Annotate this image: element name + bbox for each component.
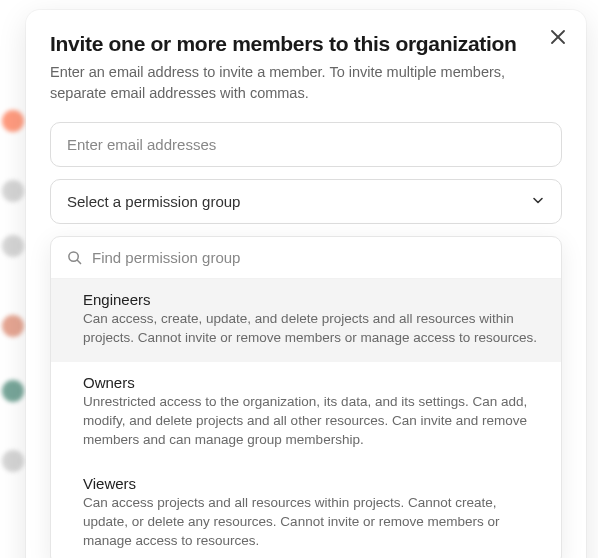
permission-option-viewers[interactable]: Viewers Can access projects and all reso… <box>51 463 561 558</box>
option-name: Engineers <box>83 291 545 308</box>
search-icon <box>67 250 82 265</box>
invite-members-modal: Invite one or more members to this organ… <box>26 10 586 558</box>
email-field-wrapper <box>50 122 562 167</box>
option-desc: Can access, create, update, and delete p… <box>83 310 545 348</box>
modal-title: Invite one or more members to this organ… <box>50 32 562 56</box>
close-icon <box>551 30 565 47</box>
email-input[interactable] <box>51 123 561 166</box>
close-button[interactable] <box>548 28 568 48</box>
permission-select[interactable]: Select a permission group <box>50 179 562 224</box>
permission-dropdown: Engineers Can access, create, update, an… <box>50 236 562 558</box>
permission-search-row <box>51 237 561 279</box>
svg-line-3 <box>77 260 80 263</box>
option-desc: Unrestricted access to the organization,… <box>83 393 545 450</box>
chevron-down-icon <box>531 193 545 210</box>
permission-select-label: Select a permission group <box>67 193 240 210</box>
permission-option-owners[interactable]: Owners Unrestricted access to the organi… <box>51 362 561 464</box>
option-name: Viewers <box>83 475 545 492</box>
option-name: Owners <box>83 374 545 391</box>
permission-option-engineers[interactable]: Engineers Can access, create, update, an… <box>51 279 561 362</box>
option-desc: Can access projects and all resources wi… <box>83 494 545 551</box>
modal-subtitle: Enter an email address to invite a membe… <box>50 62 550 104</box>
permission-search-input[interactable] <box>92 249 545 266</box>
